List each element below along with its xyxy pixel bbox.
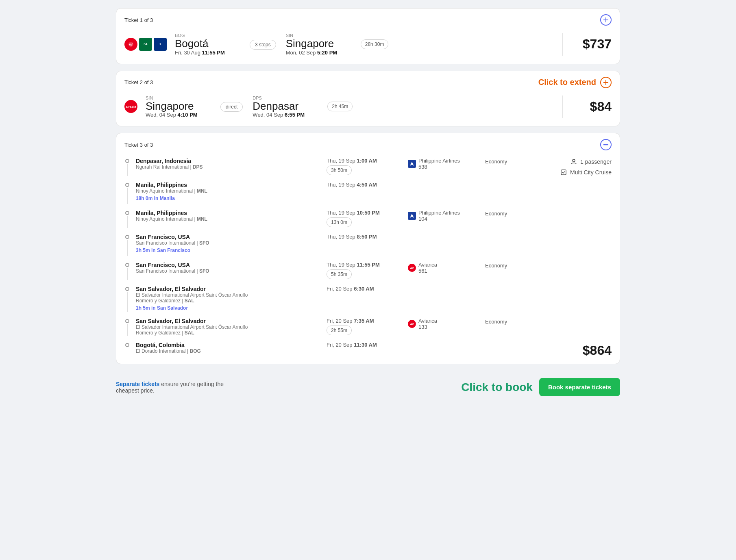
ticket1-expand-btn[interactable] bbox=[600, 14, 612, 26]
dot-line-2 bbox=[124, 210, 130, 229]
airline3-logo: ✈ bbox=[154, 38, 167, 51]
passenger-row: 1 passenger bbox=[560, 158, 612, 165]
stop-row-4: San Francisco, USA San Francisco Interna… bbox=[124, 258, 514, 282]
ticket2-to-datetime: Wed, 04 Sep 6:55 PM bbox=[253, 112, 318, 118]
click-to-extend-text: Click to extend bbox=[538, 78, 596, 87]
dot-line-1 bbox=[124, 182, 130, 205]
stop-5-datetime: Fri, 20 Sep 6:30 AM bbox=[327, 286, 404, 292]
ticket3-header: Ticket 3 of 3 bbox=[116, 133, 620, 153]
book-separate-tickets-button[interactable]: Book separate tickets bbox=[539, 378, 620, 396]
footer-left: Separate tickets ensure you're getting t… bbox=[116, 381, 238, 394]
ticket2-price: $84 bbox=[571, 99, 612, 114]
click-to-extend-container[interactable]: Click to extend bbox=[538, 77, 612, 88]
stop-dot-1 bbox=[125, 183, 129, 187]
stop-row-2: Manila, Philippines Ninoy Aquino Interna… bbox=[124, 206, 514, 230]
avianca-logo-sm2: AV bbox=[408, 320, 416, 328]
ticket1-to-time: 5:20 PM bbox=[317, 50, 337, 56]
stop-6-class-text: Economy bbox=[485, 319, 507, 325]
stop-2-time: Thu, 19 Sep 10:50 PM 13h 0m bbox=[318, 210, 404, 227]
ticket3-right: 1 passenger Multi City Cruise $864 bbox=[538, 153, 620, 364]
stop-row-3: San Francisco, USA San Francisco Interna… bbox=[124, 230, 514, 258]
stop-1-info: Manila, Philippines Ninoy Aquino Interna… bbox=[136, 182, 318, 201]
ticket1-price-block: $737 bbox=[571, 37, 612, 52]
connector-5 bbox=[127, 292, 128, 312]
stop-row-6: San Salvador, El Salvador El Salvador In… bbox=[124, 315, 514, 339]
connector-4 bbox=[127, 268, 128, 280]
ticket1-to-city: Singapore bbox=[286, 38, 351, 50]
ticket3-itinerary: Denpasar, Indonesia Ngurah Rai Internati… bbox=[116, 153, 522, 364]
stop-2-info: Manila, Philippines Ninoy Aquino Interna… bbox=[136, 210, 318, 222]
stop-row-0: Denpasar, Indonesia Ngurah Rai Internati… bbox=[124, 154, 514, 178]
stop-2-airline: Philippine Airlines104 bbox=[404, 210, 481, 222]
stop-0-class-text: Economy bbox=[485, 158, 507, 165]
pa-logo-svg2 bbox=[409, 213, 415, 219]
stop-1-city: Manila, Philippines bbox=[136, 182, 318, 188]
ticket2-from-datetime: Wed, 04 Sep 4:10 PM bbox=[146, 112, 211, 118]
stop-6-city: San Salvador, El Salvador bbox=[136, 318, 318, 324]
ticket-card-3: Ticket 3 of 3 Denpasar, Indonesia bbox=[116, 133, 620, 364]
ticket1-from-city: Bogotá bbox=[175, 38, 240, 50]
svg-text:AV: AV bbox=[129, 43, 133, 46]
separate-tickets-link[interactable]: Separate tickets bbox=[116, 381, 159, 387]
ticket2-to-city: Denpasar bbox=[253, 100, 318, 112]
stop-0-time: Thu, 19 Sep 1:00 AM 3h 50m bbox=[318, 158, 404, 175]
stop-4-time: Thu, 19 Sep 11:55 PM 5h 35m bbox=[318, 262, 404, 279]
stop-dot-4 bbox=[125, 263, 129, 267]
connector-6 bbox=[127, 324, 128, 336]
ticket1-to-date: Mon, 02 Sep bbox=[286, 50, 316, 56]
ticket2-stops-badge-wrap: direct bbox=[220, 103, 243, 110]
passenger-count: 1 passenger bbox=[580, 158, 612, 165]
stop-5-city: San Salvador, El Salvador bbox=[136, 286, 318, 292]
stop-0-airport: Ngurah Rai International | DPS bbox=[136, 164, 318, 170]
ticket3-label: Ticket 3 of 3 bbox=[124, 142, 153, 148]
dot-line-3 bbox=[124, 234, 130, 257]
ticket1-from-date: Fri, 30 Aug bbox=[175, 50, 200, 56]
airasia-logo: airasia bbox=[124, 100, 137, 113]
stop-3-layover: 3h 5m in San Francisco bbox=[136, 247, 318, 253]
ticket1-from: BOG Bogotá Fri, 30 Aug 11:55 PM bbox=[175, 33, 240, 56]
ticket2-label: Ticket 2 of 3 bbox=[124, 79, 153, 85]
ticket1-flight-segment: BOG Bogotá Fri, 30 Aug 11:55 PM 3 stops … bbox=[175, 33, 554, 56]
stop-4-class-text: Economy bbox=[485, 263, 507, 269]
ticket2-from-code: SIN bbox=[146, 96, 211, 100]
stop-6-airport: El Salvador International Airport Saint … bbox=[136, 324, 266, 336]
ticket1-header: Ticket 1 of 3 bbox=[116, 9, 620, 30]
dot-line-7 bbox=[124, 342, 130, 347]
ticket2-from-date: Wed, 04 Sep bbox=[146, 112, 176, 118]
ticket3-content: Denpasar, Indonesia Ngurah Rai Internati… bbox=[116, 153, 620, 364]
avianca-logo-svg: AV bbox=[127, 41, 135, 48]
stop-4-info: San Francisco, USA San Francisco Interna… bbox=[136, 262, 318, 274]
ticket2-divider bbox=[562, 96, 563, 118]
stop-6-info: San Salvador, El Salvador El Salvador In… bbox=[136, 318, 318, 336]
ticket2-stops: direct bbox=[220, 102, 243, 112]
stop-3-datetime: Thu, 19 Sep 8:50 PM bbox=[327, 234, 404, 240]
page-footer: Separate tickets ensure you're getting t… bbox=[116, 374, 620, 400]
stop-0-class: Economy bbox=[481, 158, 514, 165]
stop-6-airline: AV Avianca133 bbox=[404, 318, 481, 330]
plus-orange-icon bbox=[603, 80, 609, 85]
stop-6-datetime: Fri, 20 Sep 7:35 AM bbox=[327, 318, 404, 324]
ticket1-airline-logos: AV SA ✈ bbox=[124, 38, 167, 51]
stop-2-datetime: Thu, 19 Sep 10:50 PM bbox=[327, 210, 404, 216]
ticket1-price: $737 bbox=[571, 37, 612, 52]
stop-3-city: San Francisco, USA bbox=[136, 234, 318, 240]
stop-dot-0 bbox=[125, 159, 129, 163]
stop-0-airline-name: Philippine Airlines538 bbox=[418, 158, 460, 170]
ticket2-expand-btn[interactable] bbox=[600, 77, 612, 88]
ticket3-divider bbox=[530, 153, 530, 364]
ticket2-from: SIN Singapore Wed, 04 Sep 4:10 PM bbox=[146, 96, 211, 118]
stop-0-city: Denpasar, Indonesia bbox=[136, 158, 318, 164]
connector-3 bbox=[127, 240, 128, 256]
connector-1 bbox=[127, 188, 128, 204]
stop-5-airport: El Salvador International Airport Saint … bbox=[136, 292, 266, 304]
stop-6-airline-row: AV Avianca133 bbox=[408, 318, 481, 330]
ticket3-collapse-btn[interactable] bbox=[600, 139, 612, 150]
stop-7-city: Bogotá, Colombia bbox=[136, 342, 318, 348]
ticket1-stops-badge: 3 stops bbox=[250, 41, 276, 48]
stop-4-class: Economy bbox=[481, 262, 514, 269]
stop-4-airline: AV Avianca561 bbox=[404, 262, 481, 274]
ticket1-to: SIN Singapore Mon, 02 Sep 5:20 PM bbox=[286, 33, 351, 56]
ticket2-price-block: $84 bbox=[571, 99, 612, 114]
stop-7-info: Bogotá, Colombia El Dorado International… bbox=[136, 342, 318, 354]
avianca-logo: AV bbox=[124, 38, 137, 51]
